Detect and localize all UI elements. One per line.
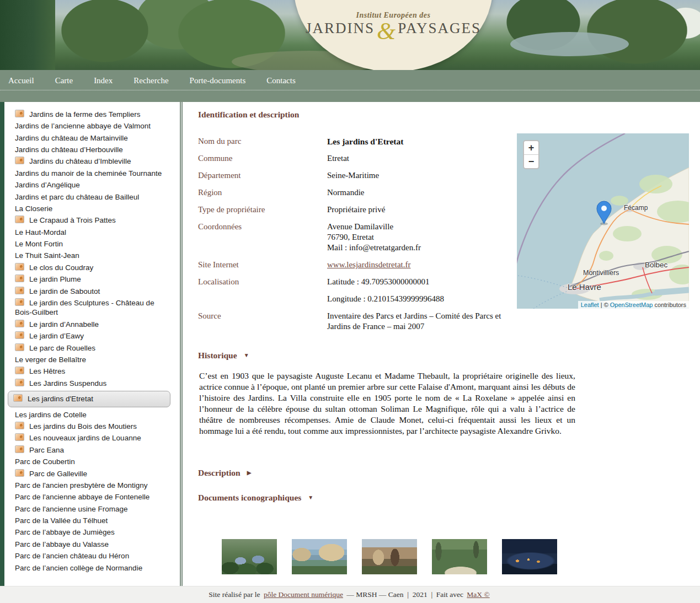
image-icon	[15, 343, 24, 351]
sidebar-item[interactable]: Parc de Galleville	[0, 468, 180, 480]
sidebar-item-label: Les jardins de Cotelle	[15, 411, 87, 419]
field-label: Commune	[198, 153, 327, 164]
field-label: Source	[198, 311, 327, 332]
sidebar-item[interactable]: Parc de l’abbaye de Jumièges	[0, 527, 180, 539]
sidebar-item[interactable]: Le Crapaud à Trois Pattes	[0, 214, 180, 226]
section-historique[interactable]: Historique▼	[198, 351, 249, 360]
sidebar-item[interactable]: Le jardin de Saboutot	[0, 286, 180, 297]
field-label: Localisation	[198, 277, 327, 287]
osm-link[interactable]: OpenStreetMap	[610, 302, 653, 308]
sidebar-item-label: Parc Eana	[29, 446, 64, 454]
sidebar-item[interactable]: Les Jardins Suspendus	[0, 378, 180, 389]
thumbnail-easel-sculpture[interactable]	[362, 539, 417, 574]
nav-item-index[interactable]: Index	[94, 76, 113, 85]
sidebar-item[interactable]: Jardins du château de Martainville	[0, 132, 180, 144]
image-icon	[15, 367, 24, 374]
sidebar-item[interactable]: Jardins du château d’Imbleville	[0, 156, 180, 168]
sidebar-item-label: Les jardins d'Etretat	[28, 395, 93, 403]
sidebar-item-label: Jardins d’Angélique	[15, 181, 80, 189]
sidebar-item[interactable]: Le jardin d’Eawy	[0, 330, 180, 342]
thumbnail-topiary-garden[interactable]	[222, 539, 277, 574]
map-canvas	[517, 133, 689, 309]
sidebar-item[interactable]: Le Mont Fortin	[0, 238, 180, 250]
field-label: Département	[198, 170, 327, 181]
zoom-in-button[interactable]: +	[524, 141, 538, 155]
sidebar-item[interactable]: Parc Eana	[0, 444, 180, 456]
section-description[interactable]: Description▶	[198, 468, 251, 478]
sidebar-item-label: Parc de Coubertin	[15, 457, 75, 466]
thumbnail-tree-lined-path[interactable]	[432, 539, 487, 574]
fields: Nom du parcLes jardins d'EtretatCommuneE…	[198, 136, 519, 332]
sidebar-item-label: Parc de l’abbaye de Jumièges	[15, 528, 115, 536]
nav-items: AccueilCarteIndexRecherchePorte-document…	[0, 70, 700, 85]
sidebar-item[interactable]: Le Thuit Saint-Jean	[0, 250, 180, 262]
sidebar-item-label: Le jardin de Saboutot	[29, 287, 100, 295]
field-label: Site Internet	[198, 260, 327, 270]
sidebar-item[interactable]: Jardins du manoir de la cheminée Tournan…	[0, 168, 180, 179]
map-label-bolbec: Bolbec	[645, 261, 667, 269]
sidebar-item[interactable]: Parc de l’ancien château du Héron	[0, 550, 180, 562]
map-label-le-havre: Le Havre	[568, 282, 601, 292]
image-icon	[15, 298, 24, 306]
sidebar-item[interactable]: Les jardins de Cotelle	[0, 409, 180, 421]
sidebar-item[interactable]: Parc de l’ancien collège de Normandie	[0, 562, 180, 574]
pole-document-link[interactable]: pôle Document numérique	[264, 590, 343, 599]
field-label: Région	[198, 187, 327, 198]
content-area: Jardins de la ferme des TempliersJardins…	[0, 102, 700, 586]
nav-item-recherche[interactable]: Recherche	[133, 76, 168, 85]
sidebar-item[interactable]: Les Hêtres	[0, 365, 180, 377]
footer: Site réalisé par le pôle Document numéri…	[0, 586, 700, 603]
image-icon	[15, 274, 24, 282]
sidebar-item[interactable]: Parc de l'ancienne usine Fromage	[0, 503, 180, 515]
sidebar-item-label: Parc de l'ancienne usine Fromage	[15, 505, 127, 513]
sidebar-item[interactable]: Jardins et parc du château de Bailleul	[0, 191, 180, 203]
sidebar-item[interactable]: Jardins de la ferme des Templiers	[0, 109, 180, 120]
field-value: Etretat	[327, 153, 519, 164]
sidebar-item[interactable]: Le jardin d’Annabelle	[0, 319, 180, 330]
zoom-out-button[interactable]: −	[524, 155, 538, 168]
sidebar-list: Jardins de la ferme des TempliersJardins…	[0, 102, 180, 574]
sidebar-item-label: Le jardin Plume	[29, 275, 81, 283]
field-value: Propriétaire privé	[327, 204, 519, 215]
main-panel: Identification et description Nom du par…	[183, 102, 700, 586]
thumbnail-cliff-coast[interactable]	[292, 539, 347, 574]
nav-item-carte[interactable]: Carte	[55, 76, 73, 85]
sidebar-item[interactable]: Jardins de l’ancienne abbaye de Valmont	[0, 120, 180, 132]
nav-divider	[0, 90, 700, 90]
sidebar-item-label: Le Haut-Mordal	[15, 228, 66, 236]
thumbnail-town-by-night[interactable]	[502, 539, 557, 574]
sidebar-item[interactable]: Le clos du Coudray	[0, 262, 180, 273]
map[interactable]: Fécamp Montivilliers Le Havre Bolbec + −…	[517, 133, 689, 309]
sidebar-item[interactable]: Parc de l'ancien presbytère de Montigny	[0, 480, 180, 491]
sidebar-item[interactable]: Les jardins du Bois des Moutiers	[0, 421, 180, 432]
sidebar-item[interactable]: Le Haut-Mordal	[0, 227, 180, 238]
sidebar-item[interactable]: Le verger de Bellaître	[0, 354, 180, 365]
map-label-fecamp: Fécamp	[624, 204, 648, 212]
sidebar-item[interactable]: Jardins du château d’Herbouville	[0, 144, 180, 155]
sidebar-item[interactable]: Parc de Coubertin	[0, 456, 180, 467]
sidebar-item-selected[interactable]: Les jardins d'Etretat	[8, 391, 170, 407]
sidebar-item[interactable]: Les nouveaux jardins de Louanne	[0, 433, 180, 444]
sidebar-item[interactable]: Parc de la Vallée du Télhuet	[0, 515, 180, 526]
section-documents[interactable]: Documents iconographiques▼	[198, 493, 313, 503]
sidebar-item[interactable]: Parc de l'ancienne abbaye de Fontenelle	[0, 491, 180, 503]
sidebar-item[interactable]: Jardins d’Angélique	[0, 179, 180, 191]
sidebar-item[interactable]: Le jardin Plume	[0, 273, 180, 285]
image-icon	[15, 469, 24, 477]
logo-word-paysages: PAYSAGES	[398, 20, 481, 36]
nav-item-contacts[interactable]: Contacts	[266, 76, 296, 85]
nav-item-porte-documents[interactable]: Porte-documents	[190, 76, 246, 85]
website-link[interactable]: www.lesjardinsdetretat.fr	[327, 260, 410, 269]
sidebar-item-label: Le jardin des Sculptures - Château de Bo…	[15, 299, 154, 317]
attr-sep: | ©	[599, 302, 610, 308]
map-zoom-control: + −	[523, 140, 539, 169]
max-link[interactable]: MaX ©	[467, 590, 489, 599]
sidebar-item[interactable]: Le parc de Rouelles	[0, 342, 180, 354]
leaflet-link[interactable]: Leaflet	[581, 302, 599, 308]
nav-item-accueil[interactable]: Accueil	[8, 76, 34, 85]
sidebar-item[interactable]: Parc de l’abbaye du Valasse	[0, 539, 180, 550]
sidebar-item[interactable]: La Closerie	[0, 203, 180, 214]
sidebar-item[interactable]: Le jardin des Sculptures - Château de Bo…	[0, 297, 180, 319]
field-value: Les jardins d'Etretat	[327, 136, 519, 147]
image-icon	[15, 445, 24, 453]
